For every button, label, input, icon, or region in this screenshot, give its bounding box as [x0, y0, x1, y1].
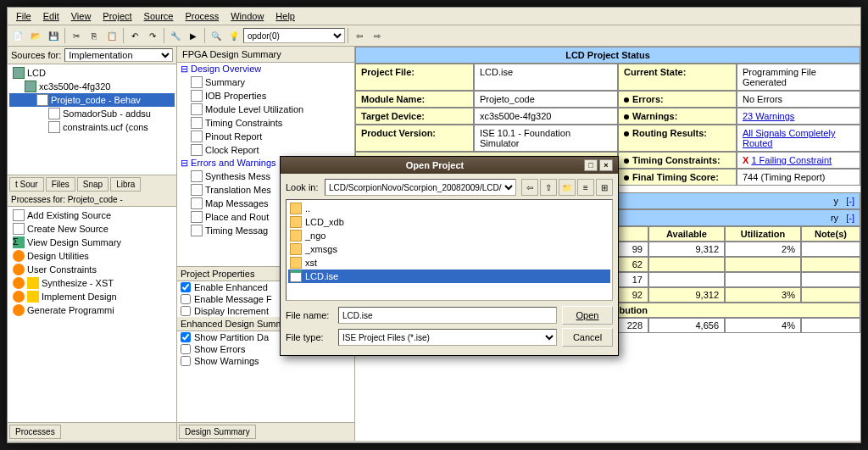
list-item[interactable]: xst [288, 256, 610, 269]
nav-fwd-icon[interactable]: ⇨ [369, 27, 386, 44]
es-warnings-check[interactable] [181, 356, 191, 366]
folder-icon [290, 230, 302, 242]
prop-enhanced-check[interactable] [181, 282, 191, 292]
filename-input[interactable] [338, 307, 557, 324]
search-icon[interactable]: 🔍 [208, 27, 225, 44]
nav-back-icon[interactable]: ⇦ [521, 179, 538, 196]
ov-timing[interactable]: Timing Constraints [177, 116, 354, 130]
lbl-product-ver: Product Version: [355, 125, 474, 152]
menu-view[interactable]: View [66, 9, 97, 23]
page-icon [191, 184, 203, 196]
hdr-utilization: Utilization [725, 226, 801, 242]
nav-up-icon[interactable]: ⇧ [540, 179, 557, 196]
nav-back-icon[interactable]: ⇦ [351, 27, 368, 44]
tab-snapshots[interactable]: Snap [77, 177, 108, 192]
lbl-warnings: Warnings: [618, 108, 737, 125]
tab-processes[interactable]: Processes [9, 425, 61, 439]
menu-file[interactable]: File [11, 9, 36, 23]
collapse-link[interactable]: [-] [846, 196, 854, 206]
list-item[interactable]: LCD_xdb [288, 215, 610, 229]
menu-edit[interactable]: Edit [38, 9, 64, 23]
list-item[interactable]: _xmsgs [288, 242, 610, 256]
look-in-select[interactable]: LCD/ScorpionNovo/Scorpion_20082009/LCD/ [325, 179, 516, 196]
cancel-button[interactable]: Cancel [562, 328, 613, 347]
ov-module-util[interactable]: Module Level Utilization [177, 103, 354, 116]
list-view-icon[interactable]: ≡ [577, 179, 594, 196]
dialog-max-icon[interactable]: □ [584, 159, 598, 171]
folder-icon [290, 216, 302, 228]
ov-clock[interactable]: Clock Report [177, 143, 354, 157]
play-icon[interactable]: ▶ [185, 27, 202, 44]
module-icon [48, 108, 60, 119]
open-button[interactable]: Open [562, 306, 613, 325]
proc-generate[interactable]: Generate Programmi [9, 303, 175, 317]
proc-new-source[interactable]: Create New Source [9, 222, 175, 236]
open-icon[interactable]: 📂 [27, 27, 44, 44]
page-icon [191, 90, 203, 102]
folder-icon [290, 257, 302, 269]
val-final-score[interactable]: 744 (Timing Report) [737, 169, 860, 186]
new-folder-icon[interactable]: 📁 [559, 179, 576, 196]
ov-summary[interactable]: Summary [177, 75, 354, 89]
menu-process[interactable]: Process [180, 9, 224, 23]
ov-iob[interactable]: IOB Properties [177, 89, 354, 103]
undo-icon[interactable]: ↶ [126, 27, 143, 44]
save-icon[interactable]: 💾 [45, 27, 62, 44]
menu-window[interactable]: Window [225, 9, 269, 23]
copy-icon[interactable]: ⎘ [86, 27, 103, 44]
src-device[interactable]: xc3s500e-4fg320 [9, 80, 175, 93]
list-item-selected[interactable]: LCD.ise [288, 269, 610, 283]
paste-icon[interactable]: 📋 [103, 27, 120, 44]
sources-for-select[interactable]: Implementation [64, 48, 173, 62]
proc-view-summary[interactable]: ΣView Design Summary [9, 236, 175, 249]
design-overview-group[interactable]: ⊟ Design Overview [177, 63, 354, 75]
filetype-select[interactable]: ISE Project Files (*.ise) [338, 329, 557, 346]
proc-implement[interactable]: Implement Design [9, 290, 175, 303]
lbl-project-file: Project File: [355, 64, 474, 91]
menu-source[interactable]: Source [139, 9, 179, 23]
menu-project[interactable]: Project [97, 9, 136, 23]
file-list[interactable]: .. LCD_xdb _ngo _xmsgs xst LCD.ise [286, 199, 613, 301]
prop-incr-check[interactable] [181, 306, 191, 316]
menu-help[interactable]: Help [270, 9, 300, 23]
lbl-current-state: Current State: [618, 64, 737, 91]
hdr-available: Available [648, 226, 725, 242]
val-routing-link[interactable]: All Signals Completely Routed [737, 125, 860, 152]
tool-icon[interactable]: 🔧 [167, 27, 184, 44]
proc-add-source[interactable]: Add Existing Source [9, 208, 175, 222]
list-item[interactable]: .. [288, 202, 610, 215]
tab-sources[interactable]: t Sour [9, 177, 44, 192]
redo-icon[interactable]: ↷ [144, 27, 161, 44]
dialog-titlebar[interactable]: Open Project □ × [281, 157, 618, 174]
proc-design-util[interactable]: Design Utilities [9, 249, 175, 263]
collapse-link-2[interactable]: [-] [846, 213, 854, 223]
page-icon [191, 76, 203, 88]
tab-files[interactable]: Files [46, 177, 75, 192]
src-sub1[interactable]: SomadorSub - addsu [9, 107, 175, 120]
val-timing-constr[interactable]: X 1 Failing Constraint [737, 152, 860, 169]
new-icon[interactable]: 📄 [9, 27, 26, 44]
dialog-close-icon[interactable]: × [599, 159, 613, 171]
es-partition-check[interactable] [181, 332, 191, 342]
es-warnings[interactable]: Show Warnings [177, 355, 354, 367]
src-module[interactable]: Projeto_code - Behav [9, 93, 175, 107]
proc-synthesize[interactable]: Synthesize - XST [9, 276, 175, 290]
src-root[interactable]: LCD [9, 66, 175, 80]
detail-view-icon[interactable]: ⊞ [596, 179, 613, 196]
prop-msg-check[interactable] [181, 294, 191, 304]
es-errors-check[interactable] [181, 344, 191, 354]
proc-user-constraints[interactable]: User Constraints [9, 263, 175, 276]
bulb-icon[interactable]: 💡 [225, 27, 242, 44]
list-item[interactable]: _ngo [288, 229, 610, 242]
val-target-device: xc3s500e-4fg320 [474, 108, 618, 125]
tab-design-summary[interactable]: Design Summary [179, 425, 256, 439]
ov-pinout[interactable]: Pinout Report [177, 130, 354, 143]
src-sub2[interactable]: constraints.ucf (cons [9, 120, 175, 134]
tab-libraries[interactable]: Libra [110, 177, 141, 192]
cut-icon[interactable]: ✂ [68, 27, 85, 44]
val-warnings-link[interactable]: 23 Warnings [737, 108, 860, 125]
toolbar-combo[interactable]: opdor(0) [243, 28, 345, 43]
warning-icon [27, 291, 39, 303]
open-project-dialog: Open Project □ × Look in: LCD/ScorpionNo… [280, 156, 619, 356]
chip-icon [25, 81, 36, 92]
